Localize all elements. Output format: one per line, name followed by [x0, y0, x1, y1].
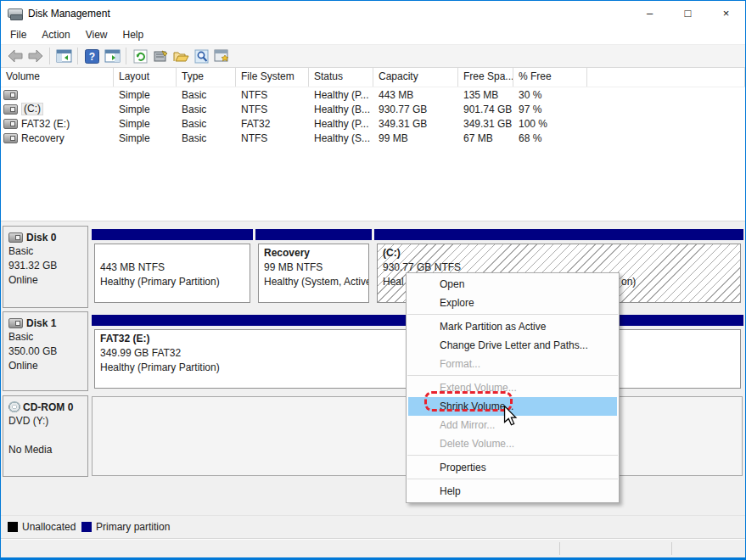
disk-0-row: Disk 0 Basic 931.32 GB Online 443 MB NTF…: [1, 226, 745, 308]
menu-separator: [407, 455, 618, 456]
cell-type: Basic: [177, 104, 236, 115]
menu-separator: [407, 375, 618, 376]
volume-name-focused: (C:): [21, 103, 43, 115]
cell-file-system: NTFS: [236, 132, 309, 144]
column-header-capacity[interactable]: Capacity: [373, 68, 458, 87]
column-header-type[interactable]: Type: [177, 68, 236, 87]
find-icon[interactable]: [192, 48, 210, 64]
menu-view[interactable]: View: [78, 25, 115, 44]
menu-item-mark-partition-active[interactable]: Mark Partition as Active: [407, 317, 619, 336]
menu-item-change-drive-letter[interactable]: Change Drive Letter and Paths...: [407, 336, 619, 355]
disk-0-label-panel[interactable]: Disk 0 Basic 931.32 GB Online: [3, 226, 88, 308]
partition-color-bar: [255, 229, 372, 240]
partition-recovery[interactable]: Recovery 99 MB NTFS Healthy (System, Act…: [255, 226, 372, 308]
menu-item-format: Format...: [407, 355, 619, 373]
column-header-empty: [587, 68, 745, 87]
volume-row-recovery[interactable]: Recovery Simple Basic NTFS Healthy (S...…: [1, 131, 745, 145]
partition-name: Recovery: [264, 246, 368, 260]
partition-color-bar: [374, 229, 743, 240]
refresh-icon[interactable]: [131, 48, 149, 64]
column-header-free-space[interactable]: Free Spa...: [458, 68, 513, 87]
menu-bar: File Action View Help: [1, 25, 745, 44]
cell-type: Basic: [177, 118, 236, 130]
window-title: Disk Management: [28, 8, 110, 20]
help-icon[interactable]: ?: [82, 48, 101, 64]
menu-item-explore[interactable]: Explore: [407, 294, 619, 312]
column-header-file-system[interactable]: File System: [236, 68, 309, 87]
column-header-layout[interactable]: Layout: [114, 68, 177, 87]
volume-drive-icon: [3, 90, 18, 100]
cell-free-space: 349.31 GB: [458, 118, 513, 130]
minimize-button[interactable]: –: [631, 1, 669, 25]
volume-drive-icon: [3, 119, 18, 129]
menu-item-properties[interactable]: Properties: [407, 458, 619, 477]
toolbar: ?: [1, 44, 745, 68]
context-menu: Open Explore Mark Partition as Active Ch…: [406, 272, 620, 503]
cd-rom-icon: [8, 401, 20, 412]
red-dashed-annotation: [424, 391, 513, 412]
cell-file-system: NTFS: [236, 104, 309, 115]
cell-pct-free: 68 %: [513, 132, 587, 144]
disk-1-label-panel[interactable]: Disk 1 Basic 350.00 GB Online: [3, 311, 88, 391]
volume-drive-icon: [3, 133, 18, 143]
volume-row-system-reserved[interactable]: Simple Basic NTFS Healthy (P... 443 MB 1…: [1, 87, 745, 102]
disk-size: 350.00 GB: [8, 344, 87, 359]
menu-action[interactable]: Action: [34, 25, 77, 44]
disk-icon: [8, 232, 23, 243]
partition-name: (C:): [383, 246, 740, 260]
toolbar-separator: [126, 48, 126, 64]
cell-status: Healthy (P...: [309, 118, 373, 130]
column-header-status[interactable]: Status: [309, 68, 373, 87]
cdrom-0-row: CD-ROM 0 DVD (Y:) No Media: [1, 395, 745, 477]
disk-management-window: Disk Management – □ × File Action View H…: [0, 0, 746, 560]
disk-type: Basic: [8, 330, 87, 344]
forward-icon[interactable]: [26, 48, 45, 64]
cell-free-space: 901.74 GB: [458, 104, 513, 115]
cell-layout: Simple: [114, 118, 177, 130]
cell-status: Healthy (S...: [309, 132, 373, 144]
toolbar-separator: [77, 48, 78, 64]
show-action-pane-icon[interactable]: [103, 48, 121, 64]
cell-free-space: 135 MB: [458, 89, 513, 101]
cell-capacity: 99 MB: [373, 132, 458, 144]
cell-type: Basic: [177, 89, 236, 101]
svg-text:?: ?: [88, 51, 94, 63]
cell-layout: Simple: [114, 89, 177, 101]
column-header-pct-free[interactable]: % Free: [513, 68, 587, 87]
menu-separator: [407, 479, 618, 479]
disk-1-row: Disk 1 Basic 350.00 GB Online FAT32 (E:)…: [1, 311, 745, 391]
volume-name: Recovery: [21, 132, 65, 144]
manage-snapin-icon[interactable]: [212, 48, 231, 64]
menu-item-help[interactable]: Help: [407, 482, 619, 501]
partition-size-fs: 99 MB NTFS: [264, 260, 368, 275]
cell-file-system: NTFS: [236, 89, 309, 101]
graphical-view: Disk 0 Basic 931.32 GB Online 443 MB NTF…: [1, 221, 745, 515]
cell-capacity: 349.31 GB: [373, 118, 458, 130]
back-icon[interactable]: [6, 48, 25, 64]
column-header-volume[interactable]: Volume: [1, 68, 114, 87]
properties-icon[interactable]: [151, 48, 170, 64]
menu-help[interactable]: Help: [115, 25, 152, 44]
open-folder-icon[interactable]: [171, 48, 190, 64]
disk-type: Basic: [8, 244, 87, 259]
disk-name: Disk 1: [26, 317, 56, 329]
volume-row-fat32-e[interactable]: FAT32 (E:) Simple Basic FAT32 Healthy (P…: [1, 116, 745, 131]
disk-status: Online: [8, 273, 87, 288]
show-console-tree-icon[interactable]: [54, 48, 73, 64]
menu-item-open[interactable]: Open: [407, 275, 619, 294]
drive-letter: DVD (Y:): [8, 414, 87, 428]
cell-status: Healthy (B...: [309, 104, 373, 115]
cell-pct-free: 100 %: [513, 118, 587, 130]
disk-status: Online: [8, 359, 87, 373]
maximize-button[interactable]: □: [669, 1, 707, 25]
menu-file[interactable]: File: [3, 25, 34, 44]
volume-row-c[interactable]: (C:) Simple Basic NTFS Healthy (B... 930…: [1, 102, 745, 116]
partition-size-fs: 443 MB NTFS: [100, 260, 250, 275]
partition-system-reserved[interactable]: 443 MB NTFS Healthy (Primary Partition): [92, 226, 253, 308]
media-status: No Media: [8, 443, 87, 457]
cell-status: Healthy (P...: [309, 89, 373, 101]
partition-color-bar: [92, 229, 253, 240]
legend-unallocated-swatch: [8, 522, 18, 532]
cdrom-0-label-panel[interactable]: CD-ROM 0 DVD (Y:) No Media: [3, 395, 88, 477]
close-button[interactable]: ×: [707, 1, 745, 25]
